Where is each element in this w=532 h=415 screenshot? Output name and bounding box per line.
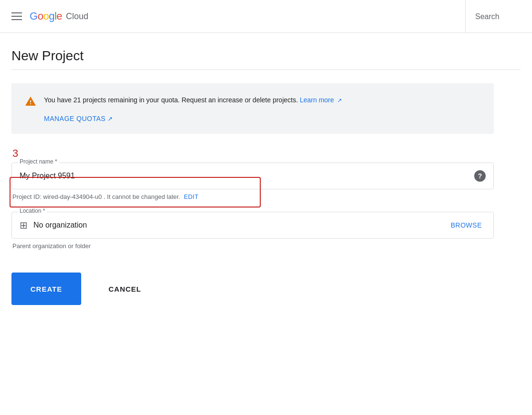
- cloud-logo-text: Cloud: [66, 11, 88, 22]
- project-name-field[interactable]: Project name * My Project 9591 ?: [11, 163, 494, 189]
- project-id-value: wired-day-434904-u0: [43, 193, 102, 200]
- parent-org-hint: Parent organization or folder: [11, 242, 494, 250]
- project-name-help-icon[interactable]: ?: [474, 170, 486, 182]
- location-label: Location *: [18, 208, 47, 214]
- location-value: No organization: [33, 221, 87, 229]
- search-box[interactable]: Search: [465, 0, 532, 33]
- project-name-value: My Project 9591: [20, 172, 75, 180]
- location-field[interactable]: Location * ⊞ No organization BROWSE: [11, 212, 494, 239]
- edit-project-id-link[interactable]: EDIT: [184, 193, 199, 200]
- project-name-field-group: Project name * My Project 9591 ?: [11, 163, 494, 189]
- search-label: Search: [475, 12, 500, 21]
- project-id-suffix: . It cannot be changed later.: [104, 193, 180, 200]
- cancel-button[interactable]: CANCEL: [89, 273, 161, 305]
- action-buttons: CREATE CANCEL: [11, 265, 494, 313]
- project-name-label: Project name *: [18, 158, 59, 165]
- google-cloud-logo[interactable]: Google Cloud: [30, 10, 88, 22]
- location-field-container: Location * ⊞ No organization BROWSE Pare…: [11, 212, 494, 250]
- project-id-prefix: Project ID:: [12, 193, 42, 200]
- title-divider: [11, 69, 521, 70]
- new-project-form: Project name * My Project 9591 ? Project…: [11, 163, 494, 313]
- project-id-line: Project ID: wired-day-434904-u0 . It can…: [11, 193, 494, 200]
- manage-quotas-link[interactable]: MANAGE QUOTAS ↗︎: [25, 115, 480, 122]
- google-logo-text: Google: [30, 10, 62, 22]
- quota-message-row: You have 21 projects remaining in your q…: [25, 95, 480, 107]
- quota-info-box: You have 21 projects remaining in your q…: [11, 83, 494, 134]
- warning-icon: [25, 96, 36, 107]
- menu-button[interactable]: [8, 9, 26, 24]
- manage-quotas-external-icon: ↗︎: [107, 115, 113, 122]
- learn-more-link[interactable]: Learn more ↗︎: [300, 96, 342, 104]
- page-title: New Project: [11, 48, 521, 64]
- external-link-icon: ↗︎: [337, 97, 342, 104]
- main-content: New Project You have 21 projects remaini…: [0, 33, 532, 324]
- header: Google Cloud Search: [0, 0, 532, 33]
- grid-icon: ⊞: [20, 219, 28, 231]
- create-button[interactable]: CREATE: [11, 273, 81, 305]
- browse-button[interactable]: BROWSE: [447, 218, 486, 233]
- step-badge: 3: [11, 147, 521, 160]
- quota-message-text: You have 21 projects remaining in your q…: [44, 95, 342, 105]
